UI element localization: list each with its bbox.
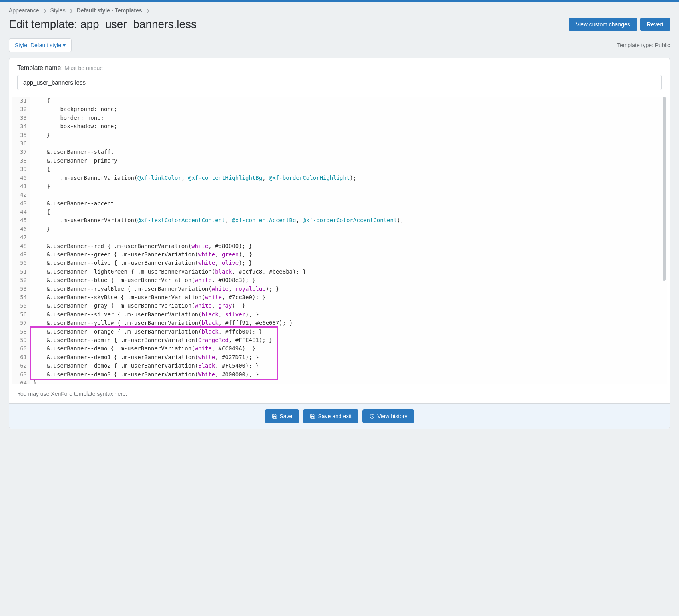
breadcrumb-item[interactable]: Default style - Templates [77, 7, 142, 14]
chevron-right-icon: ❯ [43, 8, 46, 13]
breadcrumb-item[interactable]: Appearance [9, 7, 39, 14]
page-title: Edit template: app_user_banners.less [9, 18, 197, 31]
scrollbar-thumb[interactable] [663, 97, 666, 281]
save-exit-button-label: Save and exit [318, 413, 352, 419]
scrollbar[interactable] [663, 97, 666, 384]
view-custom-changes-button[interactable]: View custom changes [569, 18, 637, 31]
history-icon [369, 413, 375, 419]
code-editor[interactable]: 3132333435363738394041424344454647484950… [12, 97, 667, 384]
template-name-input[interactable] [17, 75, 662, 90]
save-icon [272, 413, 277, 419]
template-name-hint: Must be unique [64, 65, 103, 71]
helper-note: You may use XenForo template syntax here… [9, 384, 670, 403]
save-icon [310, 413, 315, 419]
style-selector-dropdown[interactable]: Style: Default style ▾ [9, 38, 72, 52]
view-history-button[interactable]: View history [362, 409, 414, 423]
breadcrumb-item[interactable]: Styles [50, 7, 66, 14]
breadcrumb: Appearance ❯ Styles ❯ Default style - Te… [9, 2, 670, 18]
chevron-right-icon: ❯ [70, 8, 73, 13]
view-history-button-label: View history [377, 413, 407, 419]
caret-down-icon: ▾ [63, 42, 66, 48]
template-type-label: Template type: Public [617, 42, 670, 48]
chevron-right-icon: ❯ [146, 8, 149, 13]
save-exit-button[interactable]: Save and exit [303, 409, 358, 423]
revert-button[interactable]: Revert [640, 18, 670, 31]
template-name-label: Template name: Must be unique [17, 64, 662, 72]
footer-actions: Save Save and exit View history [9, 403, 670, 429]
template-name-label-text: Template name: [17, 64, 63, 71]
save-button-label: Save [280, 413, 293, 419]
save-button[interactable]: Save [265, 409, 299, 423]
line-gutter: 3132333435363738394041424344454647484950… [12, 97, 30, 384]
template-panel: Template name: Must be unique 3132333435… [9, 58, 670, 429]
code-content[interactable]: { background: none; border: none; box-sh… [12, 97, 667, 384]
style-selector-label: Style: Default style [15, 42, 61, 48]
